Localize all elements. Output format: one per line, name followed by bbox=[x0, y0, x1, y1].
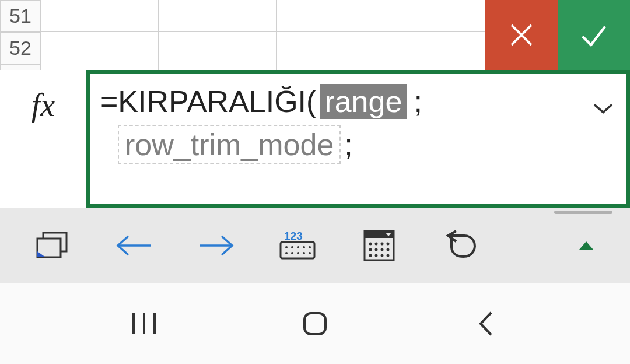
svg-point-16 bbox=[297, 252, 299, 254]
row-headers: 51 52 bbox=[0, 0, 41, 70]
sheets-icon bbox=[35, 230, 70, 261]
cell[interactable] bbox=[159, 0, 276, 32]
svg-point-25 bbox=[387, 243, 390, 246]
svg-point-32 bbox=[381, 254, 384, 257]
scroll-indicator bbox=[554, 211, 612, 214]
formula-toolbar: 123 bbox=[0, 208, 630, 284]
cell[interactable] bbox=[159, 32, 276, 64]
undo-button[interactable] bbox=[426, 208, 496, 283]
sheets-button[interactable] bbox=[18, 208, 88, 283]
svg-marker-34 bbox=[579, 242, 593, 250]
calendar-icon bbox=[362, 229, 396, 262]
svg-point-27 bbox=[375, 249, 378, 251]
formula-separator: ; bbox=[344, 127, 352, 162]
svg-point-13 bbox=[309, 246, 311, 249]
home-button[interactable] bbox=[257, 311, 373, 337]
numeric-keyboard-icon: 123 bbox=[278, 230, 317, 261]
svg-point-9 bbox=[285, 246, 288, 249]
cell[interactable] bbox=[276, 0, 394, 32]
undo-icon bbox=[443, 230, 478, 261]
row-header[interactable]: 51 bbox=[0, 0, 41, 32]
formula-action-buttons bbox=[485, 0, 630, 70]
cell[interactable] bbox=[276, 32, 394, 64]
next-button[interactable] bbox=[181, 208, 251, 283]
close-icon bbox=[505, 18, 538, 52]
svg-rect-38 bbox=[304, 313, 326, 334]
svg-point-10 bbox=[291, 246, 293, 249]
formula-prefix: =KIRPARALIĞI( bbox=[100, 84, 316, 119]
row-header[interactable]: 52 bbox=[0, 32, 41, 64]
recents-button[interactable] bbox=[86, 311, 202, 337]
svg-point-24 bbox=[381, 243, 384, 246]
formula-param-active[interactable]: range bbox=[320, 84, 407, 119]
spreadsheet-grid[interactable]: 51 52 bbox=[0, 0, 630, 70]
formula-separator: ; bbox=[414, 84, 422, 119]
svg-point-14 bbox=[285, 252, 288, 254]
collapse-toolbar-button[interactable] bbox=[560, 240, 612, 251]
formula-bar: fx =KIRPARALIĞI( range ; row_trim_mode ; bbox=[0, 70, 630, 208]
cell[interactable] bbox=[41, 0, 158, 32]
fx-label[interactable]: fx bbox=[0, 70, 86, 208]
chevron-down-icon bbox=[592, 102, 615, 116]
svg-point-28 bbox=[381, 249, 384, 251]
formula-input[interactable]: =KIRPARALIĞI( range ; row_trim_mode ; bbox=[86, 70, 630, 208]
fx-text: fx bbox=[32, 86, 55, 124]
cell[interactable] bbox=[41, 32, 158, 64]
expand-formula-button[interactable] bbox=[592, 102, 615, 118]
back-icon bbox=[477, 310, 495, 337]
system-nav-bar bbox=[0, 284, 630, 364]
svg-point-30 bbox=[369, 254, 372, 257]
svg-point-26 bbox=[369, 249, 372, 251]
date-picker-button[interactable] bbox=[344, 208, 414, 283]
triangle-up-icon bbox=[578, 240, 595, 251]
svg-point-22 bbox=[369, 243, 372, 246]
svg-point-11 bbox=[297, 246, 299, 249]
svg-point-31 bbox=[375, 254, 378, 257]
home-icon bbox=[302, 311, 328, 337]
svg-point-12 bbox=[303, 246, 305, 249]
cancel-button[interactable] bbox=[485, 0, 558, 70]
svg-point-29 bbox=[387, 249, 390, 251]
svg-point-15 bbox=[291, 252, 293, 254]
back-button[interactable] bbox=[428, 310, 544, 337]
arrow-left-icon bbox=[113, 233, 155, 258]
confirm-button[interactable] bbox=[558, 0, 630, 70]
svg-text:123: 123 bbox=[284, 230, 303, 242]
numeric-keyboard-button[interactable]: 123 bbox=[262, 208, 332, 283]
svg-point-17 bbox=[303, 252, 305, 254]
svg-point-23 bbox=[375, 243, 378, 246]
check-icon bbox=[577, 18, 611, 52]
previous-button[interactable] bbox=[99, 208, 169, 283]
recents-icon bbox=[130, 311, 158, 337]
svg-point-33 bbox=[387, 254, 390, 257]
svg-rect-8 bbox=[281, 242, 314, 258]
formula-param-next[interactable]: row_trim_mode bbox=[118, 125, 341, 164]
svg-point-18 bbox=[309, 252, 311, 254]
arrow-right-icon bbox=[195, 233, 237, 258]
